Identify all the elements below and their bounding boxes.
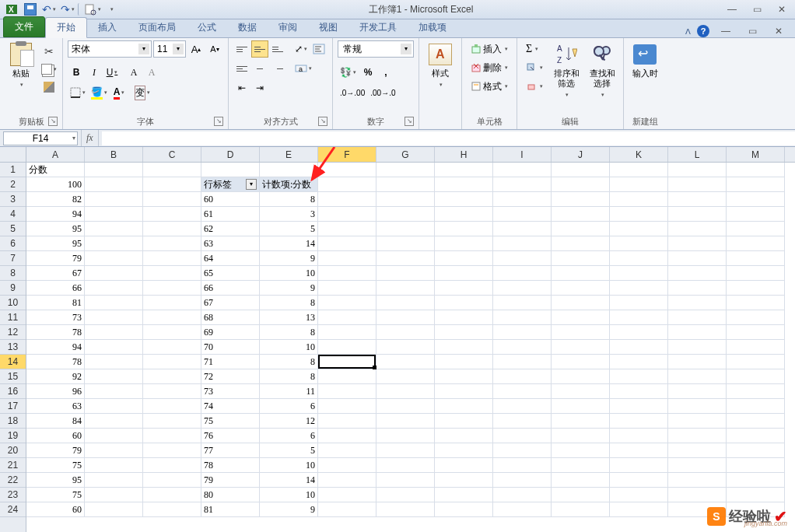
cell-B8[interactable]	[85, 266, 143, 281]
cell-G4[interactable]	[376, 207, 435, 222]
cell-M7[interactable]	[727, 251, 785, 266]
cell-C24[interactable]	[143, 502, 201, 517]
cell-C14[interactable]	[143, 355, 201, 369]
cell-A8[interactable]: 67	[26, 266, 85, 281]
cell-A21[interactable]: 75	[26, 458, 85, 473]
cell-B19[interactable]	[85, 429, 143, 443]
cell-C10[interactable]	[143, 296, 201, 310]
clear-button[interactable]: ▾	[522, 78, 547, 95]
cell-G21[interactable]	[376, 458, 435, 473]
cell-C4[interactable]	[143, 207, 201, 222]
cell-A1[interactable]: 分数	[26, 163, 85, 177]
row-header-2[interactable]: 2	[0, 177, 26, 192]
cell-K2[interactable]	[610, 177, 668, 192]
cell-I21[interactable]	[493, 458, 552, 473]
cell-A2[interactable]: 100	[26, 177, 85, 192]
row-header-14[interactable]: 14	[0, 355, 26, 369]
col-header-J[interactable]: J	[552, 147, 610, 162]
cell-G14[interactable]	[376, 355, 435, 369]
font-dialog-launcher[interactable]: ↘	[214, 117, 223, 126]
increase-decimal-button[interactable]: .0→.00	[338, 84, 367, 101]
cell-I5[interactable]	[493, 222, 552, 236]
fill-button[interactable]: ▾	[522, 59, 547, 76]
cell-B24[interactable]	[85, 502, 143, 517]
cell-F3[interactable]	[318, 192, 376, 207]
cell-H23[interactable]	[435, 488, 493, 502]
cell-A17[interactable]: 63	[26, 399, 85, 414]
number-dialog-launcher[interactable]: ↘	[405, 117, 414, 126]
maximize-button[interactable]: ▭	[747, 3, 767, 16]
cell-C13[interactable]	[143, 340, 201, 355]
cell-F15[interactable]	[318, 369, 376, 384]
cell-G10[interactable]	[376, 296, 435, 310]
cell-C12[interactable]	[143, 325, 201, 340]
cell-L12[interactable]	[668, 325, 727, 340]
row-header-9[interactable]: 9	[0, 281, 26, 296]
cell-E1[interactable]	[260, 163, 318, 177]
cell-D24[interactable]: 81	[201, 502, 260, 517]
cell-M15[interactable]	[727, 369, 785, 384]
row-header-12[interactable]: 12	[0, 325, 26, 340]
cells-delete-button[interactable]: 删除▾	[467, 59, 512, 76]
cell-G6[interactable]	[376, 236, 435, 251]
cell-G22[interactable]	[376, 473, 435, 488]
cell-I13[interactable]	[493, 340, 552, 355]
wrap-text-button[interactable]	[310, 40, 327, 58]
cell-L23[interactable]	[668, 488, 727, 502]
cell-G3[interactable]	[376, 192, 435, 207]
cell-L22[interactable]	[668, 473, 727, 488]
cell-G24[interactable]	[376, 502, 435, 517]
row-header-6[interactable]: 6	[0, 236, 26, 251]
cell-A20[interactable]: 79	[26, 443, 85, 458]
cell-C6[interactable]	[143, 236, 201, 251]
name-box[interactable]: F14▾	[3, 131, 78, 145]
merge-center-button[interactable]: a▾	[292, 60, 314, 77]
align-bottom-button[interactable]	[269, 40, 286, 58]
doc-restore-button[interactable]: ▭	[742, 25, 762, 37]
cell-G9[interactable]	[376, 281, 435, 296]
cell-I22[interactable]	[493, 473, 552, 488]
cell-J2[interactable]	[552, 177, 610, 192]
cell-D1[interactable]	[201, 163, 260, 177]
pivot-row-dropdown[interactable]: ▾	[246, 179, 257, 190]
cell-H3[interactable]	[435, 192, 493, 207]
cell-G11[interactable]	[376, 310, 435, 325]
cell-L18[interactable]	[668, 414, 727, 429]
cell-I3[interactable]	[493, 192, 552, 207]
clear-format-button[interactable]: A	[143, 64, 160, 81]
cell-M16[interactable]	[727, 384, 785, 399]
col-header-C[interactable]: C	[143, 147, 201, 162]
cell-G13[interactable]	[376, 340, 435, 355]
cell-I15[interactable]	[493, 369, 552, 384]
cell-E24[interactable]: 9	[260, 502, 318, 517]
paste-button[interactable]: 粘贴▾	[5, 40, 37, 91]
cell-F22[interactable]	[318, 473, 376, 488]
cell-L2[interactable]	[668, 177, 727, 192]
cell-M10[interactable]	[727, 296, 785, 310]
shrink-font-button[interactable]: A▾	[206, 40, 223, 58]
redo-button[interactable]: ↷▾	[59, 2, 76, 17]
format-painter-button[interactable]	[40, 79, 58, 95]
cell-I17[interactable]	[493, 399, 552, 414]
cell-L6[interactable]	[668, 236, 727, 251]
cell-H10[interactable]	[435, 296, 493, 310]
cell-H22[interactable]	[435, 473, 493, 488]
cell-H14[interactable]	[435, 355, 493, 369]
cell-G7[interactable]	[376, 251, 435, 266]
cell-H9[interactable]	[435, 281, 493, 296]
increase-indent-button[interactable]: ⇥	[251, 79, 268, 96]
cell-M20[interactable]	[727, 443, 785, 458]
cell-E21[interactable]: 10	[260, 458, 318, 473]
cell-K4[interactable]	[610, 207, 668, 222]
phonetic-button-top[interactable]: A	[125, 64, 142, 81]
cell-M2[interactable]	[727, 177, 785, 192]
cell-C15[interactable]	[143, 369, 201, 384]
cell-C23[interactable]	[143, 488, 201, 502]
cells-area[interactable]: 分数100行标签▾计数项:分数8260894613956259563147964…	[26, 163, 795, 532]
cell-L5[interactable]	[668, 222, 727, 236]
cell-C11[interactable]	[143, 310, 201, 325]
phonetic-field-button[interactable]: 变▾	[132, 84, 152, 101]
decrease-decimal-button[interactable]: .00→.0	[368, 84, 398, 101]
cell-E6[interactable]: 14	[260, 236, 318, 251]
cell-L3[interactable]	[668, 192, 727, 207]
